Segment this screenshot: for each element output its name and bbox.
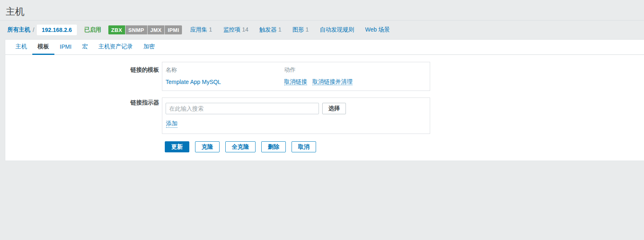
- templates-tab-form: 链接的模板 名称 动作 Template App MySQL: [5, 55, 644, 152]
- select-button[interactable]: 选择: [322, 103, 346, 114]
- host-config-tabs: 主机 模板 IPMI 宏 主机资产记录 加密: [5, 40, 644, 55]
- nav-applications-count: 1: [209, 26, 212, 33]
- nav-graphs: 图形1: [292, 26, 309, 34]
- tab-encryption[interactable]: 加密: [138, 40, 160, 55]
- unlink-and-clear-action-link[interactable]: 取消链接并清理: [312, 78, 352, 85]
- nav-applications: 应用集1: [190, 26, 212, 34]
- nav-items: 监控项14: [223, 26, 249, 34]
- nav-triggers-count: 1: [278, 26, 281, 33]
- link-indicator-box: 选择 添加: [162, 97, 430, 134]
- nav-triggers-link[interactable]: 触发器: [259, 26, 276, 33]
- linked-templates-table: 名称 动作 Template App MySQL 取消链接 取消链接并清理: [166, 64, 426, 86]
- clone-button[interactable]: 克隆: [195, 141, 220, 152]
- template-search-row: 选择: [166, 103, 426, 114]
- link-indicator-label: 链接指示器: [5, 91, 162, 106]
- page-title: 主机: [6, 5, 644, 18]
- linked-templates-row: 链接的模板 名称 动作 Template App MySQL: [5, 62, 644, 91]
- host-breadcrumb-row: 所有主机 / 192.168.2.6 已启用 ZBX SNMP JMX IPMI…: [0, 20, 644, 39]
- tab-macros[interactable]: 宏: [77, 40, 93, 55]
- badge-jmx: JMX: [148, 25, 165, 34]
- nav-items-count: 14: [242, 26, 249, 33]
- linked-templates-label: 链接的模板: [5, 62, 162, 74]
- page-header: 主机: [0, 0, 644, 20]
- cancel-button[interactable]: 取消: [292, 141, 316, 152]
- nav-discovery-rules: 自动发现规则: [320, 26, 354, 34]
- tab-ipmi[interactable]: IPMI: [54, 40, 77, 55]
- update-button[interactable]: 更新: [165, 141, 189, 152]
- link-indicator-row: 链接指示器 选择 添加: [5, 91, 644, 134]
- template-name-link[interactable]: Template App MySQL: [166, 79, 221, 85]
- full-clone-button[interactable]: 全克隆: [225, 141, 256, 152]
- nav-items-link[interactable]: 监控项: [223, 26, 240, 33]
- add-link[interactable]: 添加: [166, 120, 177, 128]
- column-header-name: 名称: [166, 64, 284, 77]
- nav-web-scenarios: Web 场景: [365, 26, 390, 34]
- column-header-action: 动作: [284, 64, 426, 77]
- nav-graphs-count: 1: [305, 26, 309, 33]
- tab-templates[interactable]: 模板: [32, 40, 54, 55]
- tab-host[interactable]: 主机: [10, 40, 32, 55]
- nav-web-scenarios-link[interactable]: Web 场景: [365, 26, 390, 33]
- host-status-enabled[interactable]: 已启用: [84, 26, 101, 34]
- breadcrumb-separator: /: [33, 27, 34, 33]
- form-footer-buttons: 更新 克隆 全克隆 删除 取消: [165, 141, 644, 152]
- table-row: Template App MySQL 取消链接 取消链接并清理: [166, 77, 426, 86]
- nav-applications-link[interactable]: 应用集: [190, 26, 207, 33]
- breadcrumb-all-hosts-link[interactable]: 所有主机: [7, 26, 30, 34]
- host-config-panel: 主机 模板 IPMI 宏 主机资产记录 加密 链接的模板 名称 动作: [5, 39, 644, 161]
- nav-graphs-link[interactable]: 图形: [292, 26, 304, 33]
- badge-zbx: ZBX: [108, 25, 125, 34]
- unlink-action-link[interactable]: 取消链接: [284, 78, 307, 85]
- template-search-input[interactable]: [166, 103, 319, 114]
- badge-ipmi: IPMI: [165, 25, 182, 34]
- linked-templates-box: 名称 动作 Template App MySQL 取消链接 取消链接并清理: [162, 62, 430, 91]
- delete-button[interactable]: 删除: [261, 141, 286, 152]
- host-entity-nav: 应用集1 监控项14 触发器1 图形1 自动发现规则 Web 场景: [190, 26, 401, 34]
- breadcrumb-current-host[interactable]: 192.168.2.6: [37, 25, 77, 35]
- tab-host-inventory[interactable]: 主机资产记录: [93, 40, 138, 55]
- nav-triggers: 触发器1: [259, 26, 281, 34]
- agent-availability-badges: ZBX SNMP JMX IPMI: [108, 25, 182, 34]
- nav-discovery-rules-link[interactable]: 自动发现规则: [320, 26, 354, 33]
- badge-snmp: SNMP: [126, 25, 147, 34]
